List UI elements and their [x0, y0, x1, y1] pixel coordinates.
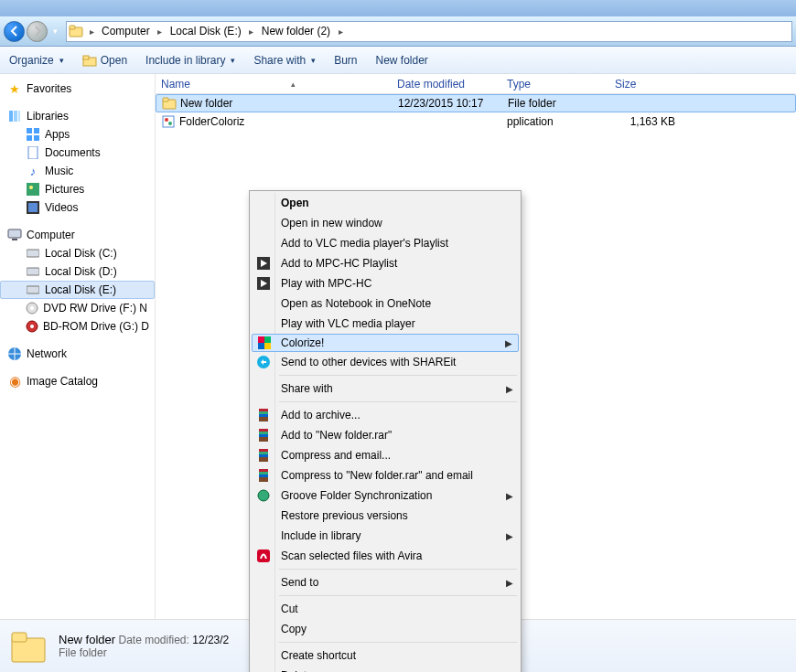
breadcrumb-seg-disk[interactable]: Local Disk (E:)	[167, 22, 245, 41]
svg-rect-20	[27, 286, 39, 293]
column-date[interactable]: Date modified	[392, 78, 501, 91]
svg-point-24	[30, 325, 34, 328]
svg-rect-8	[34, 128, 39, 133]
chevron-right-icon[interactable]: ▸	[154, 27, 167, 37]
svg-rect-19	[27, 268, 39, 275]
rar-icon	[256, 468, 271, 483]
context-menu-item[interactable]: Restore previous versions	[252, 506, 519, 526]
context-menu-item[interactable]: Colorize!▶	[252, 334, 519, 352]
chevron-right-icon[interactable]: ▸	[85, 27, 98, 37]
context-menu-item[interactable]: Open	[252, 193, 519, 213]
chevron-right-icon[interactable]: ▸	[334, 27, 347, 37]
context-menu-separator	[279, 569, 517, 570]
file-row[interactable]: FolderColorizpplication1,163 KB	[156, 112, 796, 131]
favorites-group[interactable]: ★ Favorites	[0, 80, 155, 98]
svg-rect-7	[27, 128, 32, 133]
context-menu-item[interactable]: Send to other devices with SHAREit	[252, 352, 519, 372]
file-date-cell: 12/23/2015 10:17	[393, 97, 502, 110]
context-menu-item[interactable]: Create shortcut	[252, 645, 519, 666]
new-folder-button[interactable]: New folder	[376, 54, 428, 67]
chevron-right-icon: ▶	[506, 531, 513, 541]
context-menu-item[interactable]: Delete	[252, 666, 519, 672]
context-menu-item[interactable]: Add to MPC-HC Playlist	[252, 253, 519, 273]
svg-rect-55	[259, 475, 268, 477]
context-menu-item[interactable]: Add to "New folder.rar"	[252, 425, 519, 445]
svg-rect-54	[259, 472, 268, 475]
context-menu-item[interactable]: Open in new window	[252, 213, 519, 233]
sidebar-item-drive-c[interactable]: Local Disk (C:)	[0, 244, 155, 262]
nav-back-button[interactable]	[4, 21, 25, 42]
libraries-group[interactable]: Libraries	[0, 107, 155, 125]
sidebar-item-drive-e[interactable]: Local Disk (E:)	[0, 281, 155, 299]
sidebar-item-documents[interactable]: Documents	[0, 144, 155, 162]
svg-rect-12	[27, 183, 39, 196]
share-with-button[interactable]: Share with	[253, 54, 316, 67]
column-size[interactable]: Size	[609, 78, 683, 91]
context-menu-label: Compress to "New folder.rar" and email	[281, 469, 473, 482]
network-icon	[7, 347, 22, 361]
context-menu-item[interactable]: Copy	[252, 619, 519, 639]
sidebar-item-drive-d[interactable]: Local Disk (D:)	[0, 262, 155, 281]
context-menu: OpenOpen in new windowAdd to VLC media p…	[249, 190, 522, 672]
organize-button[interactable]: Organize	[9, 54, 64, 67]
context-menu-item[interactable]: Cut	[252, 599, 519, 619]
svg-point-22	[30, 306, 34, 310]
include-library-button[interactable]: Include in library	[145, 54, 235, 67]
context-menu-item[interactable]: Send to▶	[252, 572, 519, 592]
context-menu-item[interactable]: Compress and email...	[252, 445, 519, 465]
open-button[interactable]: Open	[82, 53, 127, 68]
star-icon: ★	[7, 81, 22, 96]
libraries-icon	[7, 109, 22, 123]
breadcrumb-seg-computer[interactable]: Computer	[98, 22, 154, 41]
burn-button[interactable]: Burn	[334, 54, 357, 67]
svg-rect-11	[28, 146, 38, 159]
svg-point-56	[258, 490, 269, 501]
context-menu-item[interactable]: Groove Folder Synchronization▶	[252, 485, 519, 506]
image-catalog-group[interactable]: ◉ Image Catalog	[0, 372, 155, 390]
sidebar-item-videos[interactable]: Videos	[0, 198, 155, 217]
context-menu-separator	[279, 401, 517, 402]
sort-ascending-icon: ▴	[194, 80, 392, 89]
context-menu-separator	[279, 595, 517, 596]
column-type[interactable]: Type	[501, 78, 609, 91]
sidebar-item-pictures[interactable]: Pictures	[0, 180, 155, 198]
chevron-right-icon[interactable]: ▸	[245, 27, 258, 37]
shareit-icon	[256, 355, 271, 369]
breadcrumb-bar[interactable]: ▸ Computer ▸ Local Disk (E:) ▸ New folde…	[66, 21, 792, 42]
context-menu-item[interactable]: Share with▶	[252, 379, 519, 399]
context-menu-label: Open in new window	[281, 217, 382, 229]
context-menu-label: Add to MPC-HC Playlist	[281, 257, 397, 270]
context-menu-item[interactable]: Add to archive...	[252, 405, 519, 425]
context-menu-item[interactable]: Scan selected files with Avira	[252, 546, 519, 566]
network-group[interactable]: Network	[0, 345, 155, 363]
context-menu-item[interactable]: Open as Notebook in OneNote	[252, 293, 519, 314]
context-menu-item[interactable]: Compress to "New folder.rar" and email	[252, 465, 519, 485]
context-menu-item[interactable]: Include in library▶	[252, 526, 519, 546]
computer-group[interactable]: Computer	[0, 226, 155, 244]
context-menu-label: Add to VLC media player's Playlist	[281, 237, 448, 250]
context-menu-item[interactable]: Play with VLC media player	[252, 314, 519, 334]
rar-icon	[256, 448, 271, 463]
context-menu-item[interactable]: Add to VLC media player's Playlist	[252, 233, 519, 253]
nav-history-dropdown[interactable]: ▾	[49, 21, 60, 42]
chevron-right-icon: ▶	[506, 384, 513, 394]
file-icon	[161, 114, 176, 129]
context-menu-label: Play with MPC-HC	[281, 277, 371, 290]
bdrom-icon	[26, 319, 38, 334]
column-name[interactable]: Name ▴	[156, 78, 392, 91]
context-menu-label: Play with VLC media player	[281, 317, 415, 330]
svg-rect-36	[264, 336, 271, 343]
sidebar-item-bdrom[interactable]: BD-ROM Drive (G:) D	[0, 317, 155, 336]
sidebar-item-apps[interactable]: Apps	[0, 125, 155, 144]
file-type-cell: File folder	[502, 97, 610, 110]
file-row[interactable]: New folder12/23/2015 10:17File folder	[156, 94, 796, 112]
file-size-cell: 1,163 KB	[609, 115, 683, 128]
sidebar-item-music[interactable]: ♪ Music	[0, 162, 155, 180]
context-menu-label: Restore previous versions	[281, 509, 408, 522]
sidebar-item-dvd[interactable]: DVD RW Drive (F:) N	[0, 299, 155, 317]
context-menu-item[interactable]: Play with MPC-HC	[252, 273, 519, 293]
computer-icon	[7, 228, 22, 242]
drive-icon	[26, 264, 40, 279]
breadcrumb-seg-folder[interactable]: New folder (2)	[258, 22, 334, 41]
avira-icon	[256, 549, 271, 563]
